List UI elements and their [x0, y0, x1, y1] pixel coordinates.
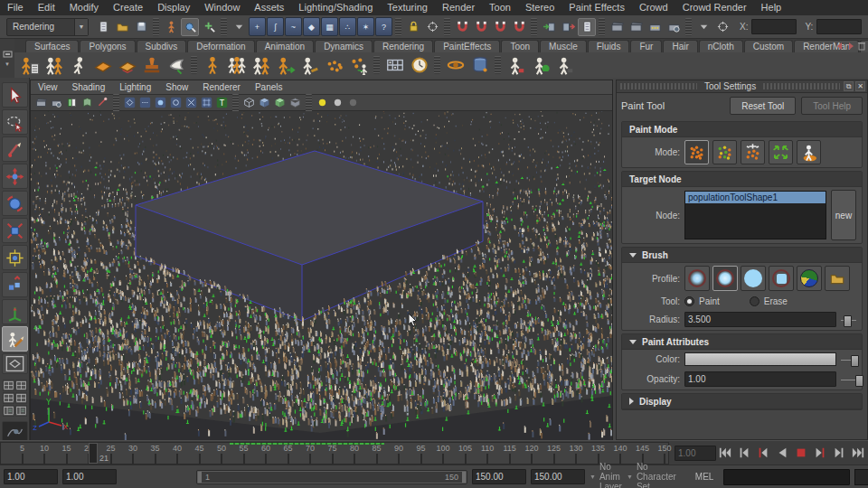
menu-help[interactable]: Help	[754, 0, 789, 15]
shelf-orbit-icon[interactable]	[444, 54, 467, 77]
select-object-icon[interactable]	[181, 18, 199, 36]
shelf-ground-paint-icon[interactable]	[298, 54, 321, 77]
render-view-icon[interactable]	[608, 18, 626, 36]
step-back-key-button[interactable]	[754, 444, 772, 461]
brush-profile-square-icon[interactable]	[769, 266, 794, 291]
render-current-frame-icon[interactable]	[627, 18, 645, 36]
stop-button[interactable]	[792, 444, 810, 461]
character-set-menu[interactable]: ▼ No Character Set	[627, 462, 676, 488]
separator-grip[interactable]	[191, 56, 197, 74]
shelf-crowd-mixed-icon[interactable]	[250, 54, 272, 77]
shelf-tab-deformation[interactable]: Deformation	[187, 40, 254, 52]
render-settings-icon[interactable]	[665, 18, 683, 36]
mask-misc-icon[interactable]: ?	[375, 17, 392, 36]
resolution-gate-icon[interactable]	[154, 97, 167, 108]
shelf-paint-surface-icon[interactable]	[116, 54, 138, 77]
shelf-character-file-icon[interactable]	[18, 54, 41, 77]
mode-placement-icon[interactable]	[741, 140, 765, 164]
mask-rendering-icon[interactable]: ✶	[357, 17, 374, 36]
menu-crowd[interactable]: Crowd	[632, 0, 675, 15]
layout-outliner-persp[interactable]	[3, 405, 14, 417]
hud-text-icon[interactable]: T	[215, 97, 229, 108]
select-hierarchy-icon[interactable]	[162, 18, 180, 36]
symmetry-icon[interactable]	[713, 18, 731, 36]
shelf-tab-rendering[interactable]: Rendering	[373, 40, 433, 52]
isolate-select-icon[interactable]	[123, 97, 137, 108]
brush-profile-medium-icon[interactable]	[712, 266, 738, 291]
current-time-field[interactable]	[675, 446, 716, 461]
shelf-tab-fluids[interactable]: Fluids	[588, 40, 630, 52]
shelf-tab-painteffects[interactable]: PaintEffects	[434, 40, 500, 52]
radius-slider-thumb[interactable]	[844, 315, 852, 327]
go-to-start-button[interactable]	[716, 444, 734, 461]
tool-settings-titlebar[interactable]: Tool Settings ⧉ ✕	[617, 80, 867, 93]
vp-menu-shading[interactable]: Shading	[65, 80, 113, 94]
no-lights-icon[interactable]	[346, 97, 360, 108]
use-default-material-icon[interactable]	[288, 97, 302, 108]
shelf-scroll-left-icon[interactable]	[835, 42, 844, 51]
scale-tool[interactable]	[2, 218, 28, 243]
separator-grip[interactable]	[395, 18, 401, 36]
input-connection-icon[interactable]	[540, 18, 558, 36]
smooth-shade-icon[interactable]	[258, 97, 271, 108]
shelf-crowd-group-icon[interactable]	[225, 54, 248, 77]
shelf-tab-fur[interactable]: Fur	[630, 40, 662, 52]
go-to-end-button[interactable]	[849, 444, 867, 461]
mask-dynamics-icon[interactable]: ∴	[339, 17, 356, 36]
menu-window[interactable]: Window	[197, 0, 247, 15]
textured-icon[interactable]	[273, 97, 287, 108]
radius-input[interactable]	[684, 312, 836, 327]
display-header[interactable]: Display	[622, 394, 862, 409]
brush-profile-solid-icon[interactable]	[741, 266, 766, 291]
radius-slider[interactable]	[841, 314, 856, 325]
output-connection-icon[interactable]	[559, 18, 577, 36]
all-lights-icon[interactable]	[316, 97, 329, 108]
menu-texturing[interactable]: Texturing	[380, 0, 435, 15]
range-slider-bar[interactable]: 1 150	[198, 472, 466, 483]
soft-modification-tool[interactable]	[2, 272, 28, 297]
shelf-delete-icon[interactable]	[857, 41, 866, 51]
snap-grid-icon[interactable]	[453, 18, 471, 36]
close-icon[interactable]: ✕	[855, 81, 865, 91]
safe-title-icon[interactable]	[200, 97, 213, 108]
lasso-select-tool[interactable]	[2, 109, 28, 135]
lock-icon[interactable]	[404, 18, 422, 36]
shelf-tab-subdivs[interactable]: Subdivs	[137, 40, 187, 52]
step-forward-frame-button[interactable]	[830, 444, 848, 461]
paint-select-tool[interactable]	[2, 136, 28, 162]
shelf-tab-toon[interactable]: Toon	[501, 40, 539, 52]
time-slider[interactable]: 5101520253035404550556065707580859095100…	[0, 442, 669, 465]
shelf-tab-muscle[interactable]: Muscle	[540, 40, 587, 52]
field-guides-icon[interactable]	[138, 97, 152, 108]
grease-pencil-icon[interactable]	[34, 97, 48, 108]
menu-lighting-shading[interactable]: Lighting/Shading	[291, 0, 380, 15]
erase-radio[interactable]	[750, 296, 760, 306]
separator-grip[interactable]	[221, 18, 227, 36]
file-new-icon[interactable]	[94, 18, 112, 36]
separator-grip[interactable]	[531, 18, 537, 36]
vp-menu-renderer[interactable]: Renderer	[195, 80, 248, 94]
mask-joints-icon[interactable]: ʃ	[267, 17, 284, 36]
mask-curves-icon[interactable]: ~	[285, 17, 302, 36]
shelf-terrain-icon[interactable]	[91, 54, 114, 77]
select-camera-icon[interactable]	[96, 97, 109, 108]
range-slider[interactable]: 1 150	[196, 470, 467, 484]
shelf-menu[interactable]: ▼	[0, 39, 14, 78]
opacity-slider[interactable]	[841, 374, 856, 385]
shelf-tab-polygons[interactable]: Polygons	[80, 40, 135, 52]
shelf-walk-red-icon[interactable]	[505, 54, 527, 77]
snap-plane-icon[interactable]	[510, 18, 528, 36]
animation-start-field[interactable]	[4, 469, 58, 484]
highlight-selection-icon[interactable]	[423, 18, 441, 36]
mask-deformations-icon[interactable]: ▦	[321, 17, 338, 36]
layout-four-pane-1[interactable]	[3, 380, 14, 391]
viewport-canvas[interactable]	[31, 111, 612, 441]
brush-profile-image-icon[interactable]	[797, 266, 822, 291]
shelf-tab-animation[interactable]: Animation	[256, 40, 314, 52]
mask-handles-icon[interactable]: +	[249, 17, 266, 36]
snap-point-icon[interactable]	[491, 18, 509, 36]
separator-grip[interactable]	[495, 56, 501, 74]
camera-lock-icon[interactable]	[50, 97, 63, 108]
shelf-tab-dynamics[interactable]: Dynamics	[315, 40, 373, 52]
play-backwards-button[interactable]	[773, 444, 791, 461]
